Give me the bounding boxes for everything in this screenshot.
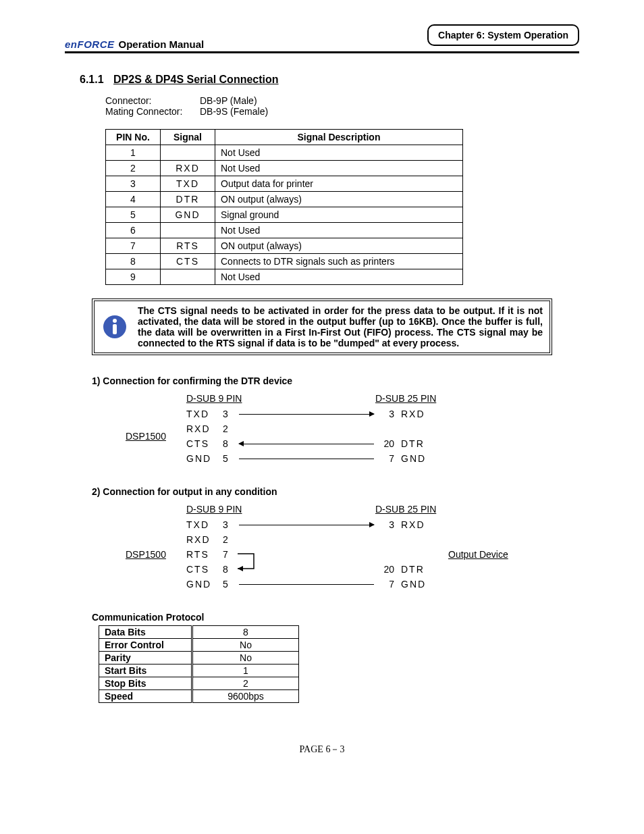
table-row: 6Not Used: [106, 223, 463, 238]
proto-key: Error Control: [99, 639, 192, 652]
wire-sig-right: RXD: [394, 519, 441, 530]
d1-left-header: D-SUB 9 PIN: [186, 393, 267, 404]
page-footer: PAGE 6－3: [65, 744, 579, 756]
cell-desc: Not Used: [215, 161, 463, 176]
table-row: 7RTSON output (always): [106, 238, 463, 254]
wire-pin-left: 8: [223, 438, 236, 449]
proto-key: Data Bits: [99, 626, 192, 639]
wire-row: GND57GND: [186, 451, 441, 466]
wire-sig-left: CTS: [186, 438, 223, 449]
proto-val: 2: [192, 677, 299, 690]
wire-row: RXD2: [186, 532, 441, 547]
wire-pin-left: 5: [223, 453, 236, 464]
wire-pin-left: 8: [223, 564, 236, 575]
connector-value: DB-9P (Male): [200, 95, 257, 106]
cell-desc: Not Used: [215, 223, 463, 238]
wire-diagram-2: D-SUB 9 PIN D-SUB 25 PIN DSP1500 TXD33RX…: [126, 504, 579, 592]
table-row: Speed9600bps: [99, 690, 299, 703]
wire-pin-right: 7: [377, 453, 394, 464]
wire-pin-right: 20: [377, 438, 394, 449]
proto-val: 9600bps: [192, 690, 299, 703]
cell-signal: RTS: [161, 238, 215, 254]
cell-desc: Not Used: [215, 145, 463, 161]
wire-sig-right: GND: [394, 579, 441, 590]
protocol-heading: Communication Protocol: [92, 612, 579, 623]
cell-pin: 2: [106, 161, 161, 176]
wire-sig-right: DTR: [394, 438, 441, 449]
wire-sig-right: DTR: [394, 564, 441, 575]
wire-sig-left: RXD: [186, 534, 223, 545]
wire-row: GND57GND: [186, 577, 441, 592]
wire-pin-left: 2: [223, 534, 236, 545]
proto-val: 8: [192, 626, 299, 639]
wire-sig-left: TXD: [186, 409, 223, 419]
wire-sig-left: RXD: [186, 423, 223, 434]
table-header-row: PIN No. Signal Signal Description: [106, 130, 463, 145]
wire-pin-left: 3: [223, 409, 236, 419]
th-signal: Signal: [161, 130, 215, 145]
table-row: 5GNDSignal ground: [106, 207, 463, 223]
th-desc: Signal Description: [215, 130, 463, 145]
diagram2-heading: 2) Connection for output in any conditio…: [92, 486, 579, 497]
wire-pin-right: 7: [377, 579, 394, 590]
section-number: 6.1.1: [80, 74, 104, 86]
connector-block: Connector: DB-9P (Male) Mating Connector…: [105, 95, 579, 117]
brand-line: enFORCE Operation Manual: [65, 38, 204, 50]
wire-sig-left: CTS: [186, 564, 223, 575]
table-row: 9Not Used: [106, 269, 463, 285]
cell-signal: TXD: [161, 176, 215, 192]
proto-key: Start Bits: [99, 664, 192, 677]
table-row: Error ControlNo: [99, 639, 299, 652]
wire-sig-left: TXD: [186, 519, 223, 530]
protocol-table: Data Bits8Error ControlNoParityNoStart B…: [99, 625, 299, 703]
note-text: The CTS signal needs to be activated in …: [138, 305, 543, 348]
note-box: The CTS signal needs to be activated in …: [92, 298, 552, 355]
wire-pin-left: 7: [223, 549, 236, 560]
table-row: Start Bits1: [99, 664, 299, 677]
brand-logo: enFORCE: [65, 38, 115, 50]
wire-pin-right: 3: [377, 409, 394, 419]
cell-desc: Output data for printer: [215, 176, 463, 192]
table-row: 2RXDNot Used: [106, 161, 463, 176]
section-title: DP2S & DP4S Serial Connection: [113, 74, 279, 85]
table-row: 3TXDOutput data for printer: [106, 176, 463, 192]
wire-pin-left: 3: [223, 519, 236, 530]
proto-key: Speed: [99, 690, 192, 703]
svg-point-1: [113, 319, 117, 323]
page-header: enFORCE Operation Manual Chapter 6: Syst…: [65, 24, 579, 50]
svg-marker-3: [238, 566, 243, 571]
proto-val: No: [192, 639, 299, 652]
wire-row: CTS820DTR: [186, 436, 441, 451]
wire-sig-left: GND: [186, 579, 223, 590]
table-row: Stop Bits2: [99, 677, 299, 690]
wire-sig-left: GND: [186, 453, 223, 464]
cell-pin: 4: [106, 192, 161, 207]
d2-right-header: D-SUB 25 PIN: [375, 504, 436, 515]
wire-pin-right: 3: [377, 519, 394, 530]
cell-pin: 3: [106, 176, 161, 192]
cell-signal: DTR: [161, 192, 215, 207]
cell-desc: ON output (always): [215, 238, 463, 254]
cell-pin: 6: [106, 223, 161, 238]
wire-sig-right: GND: [394, 453, 441, 464]
d1-right-header: D-SUB 25 PIN: [375, 393, 436, 404]
cell-pin: 7: [106, 238, 161, 254]
cell-desc: Connects to DTR signals such as printers: [215, 254, 463, 269]
th-pin: PIN No.: [106, 130, 161, 145]
chapter-box: Chapter 6: System Operation: [427, 24, 579, 46]
wire-pin-left: 5: [223, 579, 236, 590]
cell-desc: ON output (always): [215, 192, 463, 207]
warning-icon: [101, 314, 128, 340]
wire-row: TXD33RXD: [186, 517, 441, 532]
cell-pin: 9: [106, 269, 161, 285]
cell-pin: 8: [106, 254, 161, 269]
mating-connector-label: Mating Connector:: [105, 106, 200, 117]
proto-val: 1: [192, 664, 299, 677]
table-row: 4DTRON output (always): [106, 192, 463, 207]
d2-device: DSP1500: [126, 549, 186, 560]
proto-val: No: [192, 652, 299, 664]
manual-title: Operation Manual: [119, 38, 205, 50]
cell-desc: Not Used: [215, 269, 463, 285]
cell-pin: 1: [106, 145, 161, 161]
wire-row: RTS7: [186, 547, 441, 562]
